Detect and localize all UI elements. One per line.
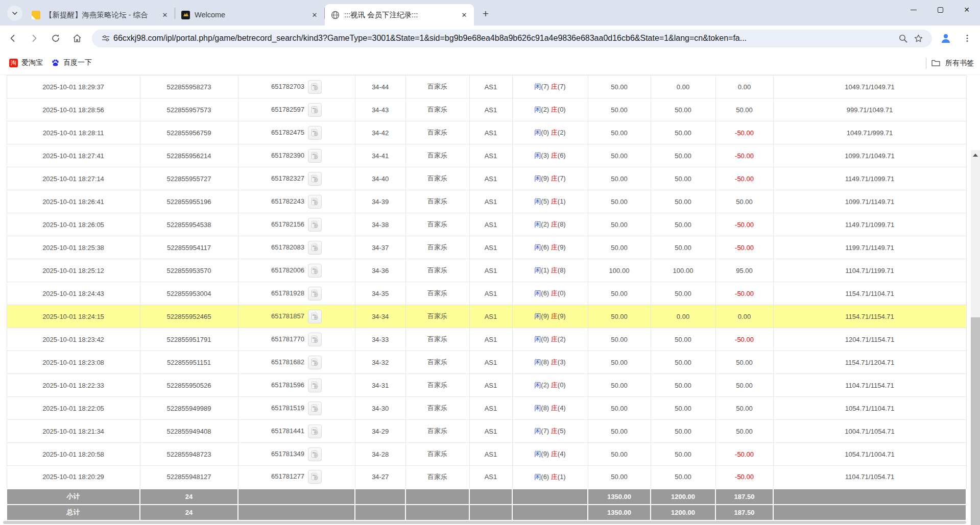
video-replay-button[interactable] bbox=[308, 80, 322, 94]
banker-bet-label: 庄 bbox=[551, 266, 558, 274]
video-replay-button[interactable] bbox=[308, 402, 322, 415]
scrollbar-thumb[interactable] bbox=[971, 317, 980, 525]
cell-win-loss: -50.00 bbox=[715, 236, 773, 259]
player-bet-label: 闲 bbox=[534, 106, 541, 113]
video-replay-button[interactable] bbox=[308, 103, 322, 117]
cell-table: AS1 bbox=[469, 236, 512, 259]
cell-bets: 闲(7) 庄(5) bbox=[512, 420, 588, 443]
cell-game: 百家乐 bbox=[405, 466, 469, 489]
vertical-scrollbar[interactable] bbox=[971, 150, 980, 525]
cell-round: 34-44 bbox=[355, 76, 405, 98]
browser-window: 【新提醒】海燕策略论坛 - 综合 ✕ Welcome ✕ :::视讯 会员下注纪… bbox=[0, 0, 980, 525]
cell-win-loss: -50.00 bbox=[715, 121, 773, 144]
close-tab-icon[interactable]: ✕ bbox=[310, 10, 319, 19]
summary-cell bbox=[238, 505, 355, 520]
cell-win-loss: 50.00 bbox=[715, 420, 773, 443]
cell-bet-amount: 50.00 bbox=[588, 397, 651, 420]
cell-round: 34-43 bbox=[355, 98, 405, 121]
player-bet-label: 闲 bbox=[534, 152, 541, 159]
cell-bet-id: 522855953570 bbox=[140, 259, 238, 282]
session-number: 651781857 bbox=[271, 312, 304, 319]
site-settings-tune-icon[interactable] bbox=[98, 31, 113, 46]
video-replay-button[interactable] bbox=[308, 356, 322, 369]
cell-round: 34-37 bbox=[355, 236, 405, 259]
cell-valid-amount: 50.00 bbox=[651, 98, 715, 121]
horizontal-scrollbar[interactable] bbox=[3, 521, 966, 524]
banker-bet-label: 庄 bbox=[551, 427, 558, 435]
video-replay-button[interactable] bbox=[308, 241, 322, 255]
tab-title: :::视讯 会员下注纪录::: bbox=[344, 10, 456, 20]
cell-time: 2025-10-01 18:28:11 bbox=[7, 121, 140, 144]
cell-table: AS1 bbox=[469, 397, 512, 420]
zoom-magnifier-icon[interactable] bbox=[895, 31, 911, 46]
cell-win-loss: 95.00 bbox=[715, 259, 773, 282]
player-bet-count: (5) bbox=[541, 197, 549, 205]
table-row: 2025-10-01 18:22:05522855949989651781519… bbox=[7, 397, 966, 420]
scroll-up-arrow-icon[interactable] bbox=[971, 150, 980, 160]
tab-welcome[interactable]: Welcome ✕ bbox=[175, 4, 324, 26]
table-row: 2025-10-01 18:28:11522855956759651782475… bbox=[7, 121, 966, 144]
close-tab-icon[interactable]: ✕ bbox=[460, 10, 469, 19]
close-tab-icon[interactable]: ✕ bbox=[160, 10, 170, 19]
video-replay-button[interactable] bbox=[308, 470, 322, 484]
cell-bet-amount: 50.00 bbox=[588, 351, 651, 374]
cell-bets: 闲(6) 庄(9) bbox=[512, 236, 588, 259]
back-icon[interactable] bbox=[4, 30, 21, 47]
new-tab-button[interactable]: + bbox=[478, 6, 493, 21]
cell-bet-id: 522855952465 bbox=[140, 305, 238, 328]
banker-bet-count: (9) bbox=[558, 243, 566, 251]
video-replay-button[interactable] bbox=[308, 172, 322, 186]
video-replay-button[interactable] bbox=[308, 195, 322, 209]
video-replay-button[interactable] bbox=[308, 424, 322, 438]
tab-search-chevron-icon[interactable] bbox=[7, 6, 22, 21]
banker-bet-label: 庄 bbox=[551, 289, 558, 297]
bookmark-baidu[interactable]: 百度一下 bbox=[51, 58, 92, 67]
cell-table: AS1 bbox=[469, 328, 512, 351]
cell-bets: 闲(2) 庄(0) bbox=[512, 374, 588, 397]
tab-bet-records[interactable]: :::视讯 会员下注纪录::: ✕ bbox=[325, 4, 474, 26]
forward-icon[interactable] bbox=[26, 30, 43, 47]
table-row: 2025-10-01 18:23:42522855951791651781770… bbox=[7, 328, 966, 351]
video-replay-button[interactable] bbox=[308, 310, 322, 323]
profile-avatar-icon[interactable] bbox=[937, 30, 954, 47]
close-window-button[interactable]: ✕ bbox=[953, 0, 980, 19]
minimize-button[interactable] bbox=[900, 0, 927, 19]
home-icon[interactable] bbox=[68, 30, 86, 47]
video-replay-button[interactable] bbox=[308, 264, 322, 278]
banker-bet-label: 庄 bbox=[551, 129, 558, 136]
video-replay-button[interactable] bbox=[308, 379, 322, 392]
all-bookmarks-button[interactable]: 所有书签 bbox=[945, 59, 974, 68]
banker-bet-count: (7) bbox=[558, 83, 566, 90]
url-bar[interactable]: 66cxkj98.com/ipl/portal.php/game/betreco… bbox=[92, 30, 932, 47]
session-number: 651782006 bbox=[271, 266, 304, 273]
kebab-menu-icon[interactable] bbox=[959, 30, 976, 47]
video-replay-button[interactable] bbox=[308, 218, 322, 232]
cell-valid-amount: 0.00 bbox=[651, 76, 715, 98]
bookmark-taobao[interactable]: 淘 爱淘宝 bbox=[9, 58, 43, 67]
reload-icon[interactable] bbox=[47, 30, 64, 47]
video-replay-button[interactable] bbox=[308, 333, 322, 346]
video-replay-button[interactable] bbox=[308, 149, 322, 163]
cell-valid-amount: 50.00 bbox=[651, 420, 715, 443]
session-number: 651782597 bbox=[271, 105, 304, 113]
cell-valid-amount: 0.00 bbox=[651, 305, 715, 328]
cell-table: AS1 bbox=[469, 144, 512, 167]
cell-balance: 1199.71/1149.71 bbox=[773, 236, 966, 259]
player-bet-label: 闲 bbox=[534, 427, 541, 435]
player-bet-label: 闲 bbox=[534, 220, 541, 228]
video-replay-button[interactable] bbox=[308, 287, 322, 301]
cell-bets: 闲(9) 庄(9) bbox=[512, 305, 588, 328]
cell-time: 2025-10-01 18:26:05 bbox=[7, 213, 140, 236]
banker-bet-count: (4) bbox=[558, 404, 566, 412]
video-replay-button[interactable] bbox=[308, 126, 322, 140]
tab-forum[interactable]: 【新提醒】海燕策略论坛 - 综合 ✕ bbox=[26, 4, 175, 26]
cell-bet-amount: 50.00 bbox=[588, 282, 651, 305]
banker-bet-label: 庄 bbox=[551, 473, 558, 481]
bookmark-star-icon[interactable] bbox=[911, 31, 926, 46]
url-text[interactable]: 66cxkj98.com/ipl/portal.php/game/betreco… bbox=[113, 34, 895, 43]
cell-time: 2025-10-01 18:21:34 bbox=[7, 420, 140, 443]
video-replay-button[interactable] bbox=[308, 447, 322, 461]
cell-valid-amount: 50.00 bbox=[651, 121, 715, 144]
cell-table: AS1 bbox=[469, 305, 512, 328]
maximize-button[interactable] bbox=[927, 0, 953, 19]
